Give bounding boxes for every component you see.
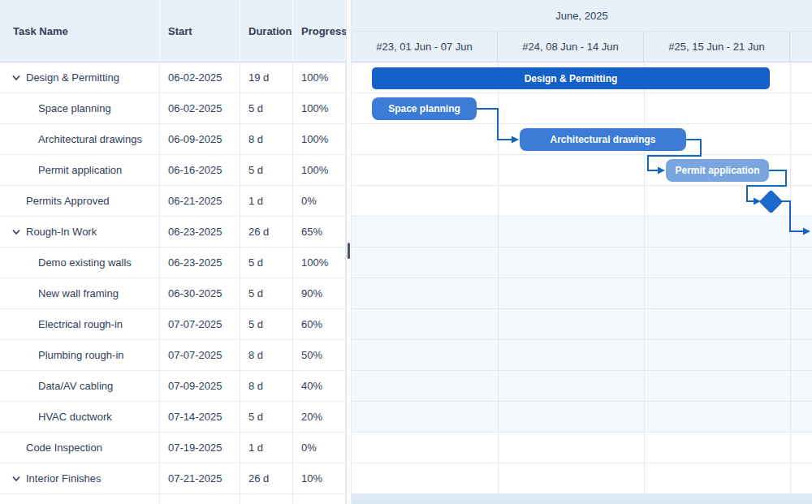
task-name-label: Permits Approved [26,195,110,207]
grid-header-cell-start[interactable]: Start [160,0,240,62]
start-cell: 06-23-2025 [160,248,240,278]
splitter[interactable] [346,0,352,504]
timeline-gridline [644,62,645,494]
task-name-label: Data/AV cabling [38,380,113,392]
duration-cell: 1 d [240,433,293,463]
task-name-cell: Architectural drawings [0,124,160,154]
chart-row [352,433,812,463]
duration-cell: 8 d [240,124,293,154]
grid-header-row: Task NameStartDurationProgress [0,0,346,62]
empty-cell [293,494,346,504]
timeline-gridline [790,62,791,494]
task-row[interactable]: Plumbing rough-in07-07-20258 d50% [0,340,346,371]
duration-cell: 5 d [240,309,293,339]
task-row[interactable]: Data/AV cabling07-09-20258 d40% [0,371,346,402]
progress-cell: 40% [293,371,346,401]
progress-cell: 90% [293,278,346,308]
task-name-cell: Code Inspection [0,433,160,463]
duration-cell: 5 d [240,402,293,432]
start-cell: 06-02-2025 [160,93,240,123]
task-row[interactable]: Design & Permitting06-02-202519 d100% [0,62,346,93]
task-row[interactable]: Permits Approved06-21-20251 d0% [0,186,346,217]
timeline-gridline [498,62,499,494]
task-name-cell: Rough-In Work [0,217,160,247]
task-name-cell: Space planning [0,93,160,123]
gantt-bar-task[interactable]: Space planning [372,97,477,120]
week-header-cell: #25, 15 Jun - 21 Jun [644,32,790,62]
week-header-cell: #23, 01 Jun - 07 Jun [352,32,498,62]
empty-cell [240,494,293,504]
progress-cell: 0% [293,433,346,463]
progress-cell: 100% [293,93,346,123]
task-name-cell: New wall framing [0,278,160,308]
start-cell: 06-09-2025 [160,124,240,154]
duration-cell: 5 d [240,248,293,278]
start-cell: 07-21-2025 [160,463,240,493]
task-row[interactable]: New wall framing06-30-20255 d90% [0,278,346,309]
duration-cell: 8 d [240,340,293,370]
task-name-label: Permit application [38,164,122,176]
gantt-app: Task NameStartDurationProgress Design & … [0,0,812,504]
duration-cell: 5 d [240,155,293,185]
task-row[interactable]: HVAC ductwork07-14-20255 d20% [0,402,346,433]
task-row[interactable]: Architectural drawings06-09-20258 d100% [0,124,346,155]
duration-cell: 19 d [240,62,293,93]
chart-row [352,278,812,309]
progress-cell: 100% [293,124,346,154]
task-name-label: Electrical rough-in [38,318,123,330]
duration-cell: 5 d [240,278,293,308]
chevron-down-icon[interactable] [11,227,21,237]
grid-header-cell-progress[interactable]: Progress [293,0,346,62]
progress-cell: 100% [293,248,346,278]
gantt-bar-task[interactable]: Architectural drawings [520,128,686,151]
duration-cell: 8 d [240,371,293,401]
task-row-partial [0,494,346,504]
chart-row [352,248,812,278]
task-name-label: New wall framing [38,287,119,299]
task-name-label: Code Inspection [26,442,102,454]
week-header-cell [790,32,812,62]
task-row[interactable]: Electrical rough-in07-07-20255 d60% [0,309,346,340]
duration-cell: 26 d [240,463,293,493]
grid-header-cell-duration[interactable]: Duration [240,0,293,62]
chevron-down-icon[interactable] [11,474,21,484]
chart-row [352,309,812,340]
gantt-bar-task[interactable]: Permit application [666,159,769,182]
task-name-cell: HVAC ductwork [0,402,160,432]
timeline-pane: June, 2025 #23, 01 Jun - 07 Jun#24, 08 J… [352,0,812,504]
gantt-bar-summary[interactable]: Design & Permitting [372,67,770,89]
task-row[interactable]: Rough-In Work06-23-202526 d65% [0,217,346,248]
start-cell: 07-19-2025 [160,433,240,463]
month-label: June, 2025 [555,10,607,22]
chevron-down-icon[interactable] [11,73,21,83]
task-row[interactable]: Code Inspection07-19-20251 d0% [0,433,346,463]
task-row[interactable]: Demo existing walls06-23-20255 d100% [0,248,346,278]
grid-body: Design & Permitting06-02-202519 d100%Spa… [0,62,346,504]
timeline-header: June, 2025 #23, 01 Jun - 07 Jun#24, 08 J… [352,0,812,62]
task-name-cell: Data/AV cabling [0,371,160,401]
task-name-label: Rough-In Work [26,226,97,238]
progress-cell: 60% [293,309,346,339]
progress-cell: 20% [293,402,346,432]
task-name-cell: Demo existing walls [0,248,160,278]
start-cell: 06-30-2025 [160,278,240,308]
start-cell: 06-02-2025 [160,62,240,93]
start-cell: 07-14-2025 [160,402,240,432]
month-header: June, 2025 [352,0,812,32]
task-row[interactable]: Permit application06-16-20255 d100% [0,155,346,186]
task-grid: Task NameStartDurationProgress Design & … [0,0,346,504]
grid-header-cell-name[interactable]: Task Name [0,0,160,62]
progress-cell: 0% [293,186,346,216]
task-name-label: Space planning [38,102,111,114]
task-name-cell: Permit application [0,155,160,185]
splitter-handle-icon[interactable] [348,243,350,259]
task-name-label: Plumbing rough-in [38,349,124,361]
task-row[interactable]: Interior Finishes07-21-202526 d10% [0,463,346,494]
chart-body: Design & PermittingSpace planningArchite… [352,62,812,504]
task-name-label: Interior Finishes [26,472,101,485]
chart-bottom-strip [352,494,812,504]
chart-row [352,402,812,433]
start-cell: 06-16-2025 [160,155,240,185]
chart-row [352,217,812,248]
task-row[interactable]: Space planning06-02-20255 d100% [0,93,346,124]
